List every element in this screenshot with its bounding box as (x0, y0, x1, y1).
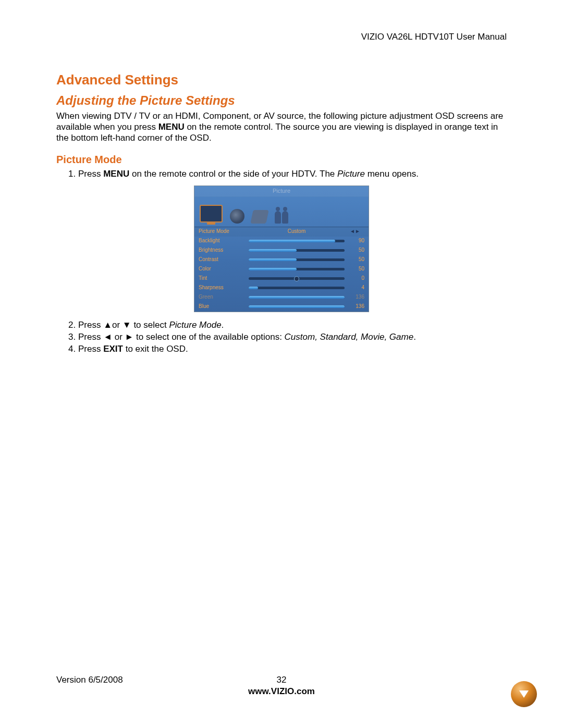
osd-row: Blue136 (194, 302, 369, 312)
heading-picture-mode: Picture Mode (56, 153, 507, 166)
step3-b: . (413, 332, 416, 342)
osd-row-label: Green (199, 294, 249, 301)
osd-row-value: 50 (345, 247, 365, 254)
step-2: Press ▲or ▼ to select Picture Mode. (78, 319, 507, 330)
osd-row-label: Contrast (199, 256, 249, 263)
osd-screenshot: Picture Picture ModeCustom◄►Backlight90B… (194, 186, 369, 312)
osd-row-label: Sharpness (199, 285, 249, 291)
osd-rows: Picture ModeCustom◄►Backlight90Brightnes… (194, 227, 369, 312)
osd-row-label: Backlight (199, 238, 249, 244)
tv-icon (200, 205, 223, 223)
footer-version: Version 6/5/2008 (56, 675, 123, 685)
osd-tab-icons (194, 196, 369, 227)
parental-icon (275, 211, 288, 224)
step-3: Press ◄ or ► to select one of the availa… (78, 331, 507, 342)
step1-menu: MENU (103, 169, 129, 179)
setup-icon (250, 210, 269, 224)
osd-row: Brightness50 (194, 246, 369, 255)
osd-row-arrows: ◄► (345, 228, 365, 235)
osd-row: Backlight90 (194, 237, 369, 246)
osd-slider (249, 277, 345, 280)
osd-slider (249, 287, 345, 289)
osd-slider (249, 258, 345, 261)
step1-c: menu opens. (365, 169, 419, 179)
heading-adjusting-picture: Adjusting the Picture Settings (56, 93, 507, 108)
step1-b: on the remote control or the side of you… (129, 169, 337, 179)
step3-ital: Custom, Standard, Movie, Game (285, 332, 414, 342)
osd-row-value: 0 (345, 275, 365, 282)
osd-slider (249, 249, 345, 252)
step-4: Press EXIT to exit the OSD. (78, 343, 507, 354)
step2-a: Press ▲or ▼ to select (78, 320, 169, 330)
osd-row: Tint0 (194, 274, 369, 283)
osd-row: Green136 (194, 293, 369, 302)
osd-row: Sharpness4 (194, 283, 369, 293)
footer-page-number: 32 (56, 675, 507, 685)
osd-row-value: 90 (345, 238, 365, 244)
step1-picture-word: Picture (337, 169, 365, 179)
osd-row-value: 50 (345, 266, 365, 273)
osd-row-label: Tint (199, 275, 249, 282)
osd-row-value: 136 (345, 303, 365, 310)
header-manual-title: VIZIO VA26L HDTV10T User Manual (56, 31, 507, 42)
step3-a: Press ◄ or ► to select one of the availa… (78, 332, 285, 342)
steps-list-cont: Press ▲or ▼ to select Picture Mode. Pres… (78, 319, 507, 355)
osd-row-value: 50 (345, 256, 365, 263)
step4-a: Press (78, 344, 103, 354)
footer-site: www.VIZIO.com (56, 686, 507, 697)
osd-title: Picture (194, 186, 369, 196)
steps-list: Press MENU on the remote control or the … (78, 168, 507, 179)
step2-b: . (222, 320, 224, 330)
page-footer: Version 6/5/2008 32 . www.VIZIO.com (56, 675, 507, 697)
intro-paragraph: When viewing DTV / TV or an HDMI, Compon… (56, 110, 507, 144)
step-1: Press MENU on the remote control or the … (78, 168, 507, 179)
vizio-logo-icon (511, 681, 537, 707)
step2-ital: Picture Mode (169, 320, 221, 330)
speaker-icon (230, 209, 244, 224)
osd-row: Contrast50 (194, 255, 369, 265)
osd-row-label: Picture Mode (199, 228, 249, 235)
intro-menu-word: MENU (158, 122, 185, 132)
step4-exit: EXIT (103, 344, 123, 354)
osd-row-label: Brightness (199, 247, 249, 254)
osd-row-value: 4 (345, 285, 365, 291)
step1-a: Press (78, 169, 103, 179)
osd-row-value: 136 (345, 294, 365, 301)
osd-row-label: Color (199, 266, 249, 273)
heading-advanced-settings: Advanced Settings (56, 71, 507, 89)
osd-row-label: Blue (199, 303, 249, 310)
osd-row-text: Custom (249, 228, 345, 235)
osd-slider (249, 305, 345, 308)
osd-slider (249, 268, 345, 270)
step4-b: to exit the OSD. (123, 344, 188, 354)
osd-slider (249, 296, 345, 299)
osd-row: Picture ModeCustom◄► (194, 227, 369, 237)
osd-slider (249, 240, 345, 242)
osd-row: Color50 (194, 265, 369, 274)
